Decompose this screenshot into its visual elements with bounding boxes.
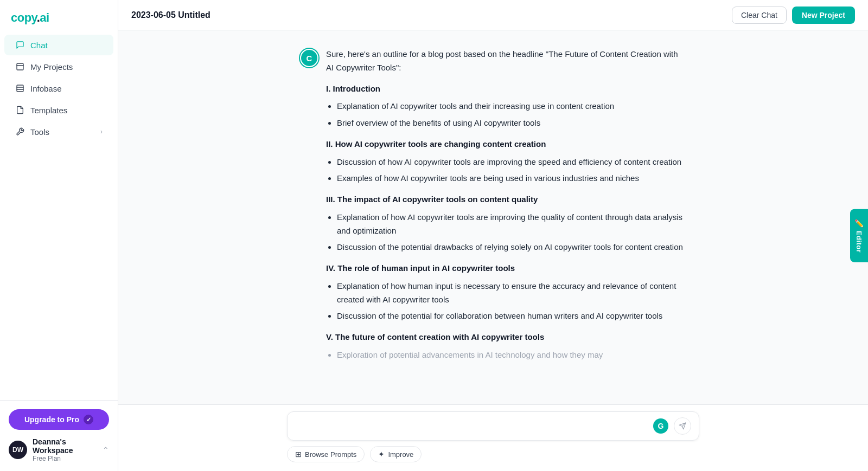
upgrade-label: Upgrade to Pro (24, 415, 79, 424)
logo-ai: ai (40, 11, 49, 24)
section-2-list: Discussion of how AI copywriter tools ar… (326, 156, 686, 186)
clear-chat-button[interactable]: Clear Chat (732, 7, 787, 24)
logo-area: copy.ai (0, 0, 118, 34)
list-item: Discussion of the potential drawbacks of… (337, 241, 686, 254)
workspace-name: Deanna's Workspace (33, 437, 97, 455)
avatar: DW (9, 441, 27, 459)
message-intro: Sure, here's an outline for a blog post … (326, 48, 686, 75)
ai-avatar: C (300, 49, 318, 67)
browse-prompts-label: Browse Prompts (305, 450, 356, 459)
chat-icon (15, 40, 25, 50)
chat-content: C Sure, here's an outline for a blog pos… (118, 30, 868, 404)
sidebar: copy.ai Chat My Projects Infobase (0, 0, 118, 471)
section-3-list: Explanation of how AI copywriter tools a… (326, 211, 686, 254)
list-item: Discussion of how AI copywriter tools ar… (337, 156, 686, 169)
section-3-heading: III. The impact of AI copywriter tools o… (326, 193, 686, 207)
list-item: Exploration of potential advancements in… (337, 349, 686, 362)
list-item: Explanation of how human input is necess… (337, 280, 686, 307)
browse-prompts-button[interactable]: ⊞ Browse Prompts (287, 446, 365, 462)
header-actions: Clear Chat New Project (732, 7, 855, 24)
ai-message: C Sure, here's an outline for a blog pos… (300, 48, 686, 366)
page-header: 2023-06-05 Untitled Clear Chat New Proje… (118, 0, 868, 30)
section-1-heading: I. Introduction (326, 82, 686, 96)
improve-icon: ✦ (378, 450, 385, 459)
my-projects-icon (15, 62, 25, 72)
message-body: Sure, here's an outline for a blog post … (326, 48, 686, 366)
editor-tab[interactable]: ✏️ Editor (850, 209, 869, 262)
editor-tab-label: Editor (855, 230, 863, 253)
browse-prompts-icon: ⊞ (295, 450, 302, 459)
logo: copy.ai (11, 11, 49, 25)
main-content: 2023-06-05 Untitled Clear Chat New Proje… (118, 0, 868, 471)
workspace-info: Deanna's Workspace Free Plan (33, 437, 97, 462)
sidebar-item-my-projects-label: My Projects (30, 62, 73, 72)
section-4-heading: IV. The role of human input in AI copywr… (326, 262, 686, 275)
logo-text: copy (11, 11, 37, 24)
send-button[interactable] (674, 417, 691, 435)
sidebar-item-tools[interactable]: Tools › (4, 121, 113, 142)
chat-input-wrapper: G (287, 411, 699, 441)
grammarly-icon: G (653, 418, 668, 434)
sidebar-item-chat-label: Chat (30, 41, 48, 50)
input-area: G ⊞ Browse Prompts ✦ Improve (118, 404, 868, 471)
improve-label: Improve (388, 450, 413, 459)
input-bottom-row: ⊞ Browse Prompts ✦ Improve (287, 446, 699, 462)
chat-input[interactable] (295, 420, 648, 433)
section-5-heading: V. The future of content creation with A… (326, 331, 686, 344)
templates-icon (15, 105, 25, 115)
workspace-chevron-icon[interactable]: ⌃ (103, 446, 109, 454)
list-item: Examples of how AI copywriter tools are … (337, 172, 686, 185)
list-item: Brief overview of the benefits of using … (337, 117, 686, 130)
workspace-row[interactable]: DW Deanna's Workspace Free Plan ⌃ (9, 437, 109, 462)
section-1-list: Explanation of AI copywriter tools and t… (326, 100, 686, 130)
workspace-plan: Free Plan (33, 455, 97, 462)
sidebar-item-templates[interactable]: Templates (4, 100, 113, 120)
sidebar-item-infobase-label: Infobase (30, 84, 62, 93)
tools-icon (15, 127, 25, 137)
upgrade-check-icon: ✓ (84, 415, 93, 424)
chat-inner: C Sure, here's an outline for a blog pos… (287, 48, 699, 366)
list-item: Explanation of how AI copywriter tools a… (337, 211, 686, 238)
infobase-icon (15, 83, 25, 93)
section-2-heading: II. How AI copywriter tools are changing… (326, 138, 686, 151)
improve-button[interactable]: ✦ Improve (370, 446, 422, 462)
tools-chevron-icon: › (100, 128, 103, 136)
sidebar-item-templates-label: Templates (30, 106, 67, 115)
section-4-list: Explanation of how human input is necess… (326, 280, 686, 323)
list-item: Discussion of the potential for collabor… (337, 309, 686, 323)
page-title: 2023-06-05 Untitled (131, 10, 210, 20)
sidebar-item-chat[interactable]: Chat (4, 35, 113, 55)
list-item: Explanation of AI copywriter tools and t… (337, 100, 686, 113)
sidebar-item-my-projects[interactable]: My Projects (4, 56, 113, 77)
new-project-button[interactable]: New Project (792, 7, 855, 24)
editor-pencil-icon: ✏️ (854, 218, 864, 227)
sidebar-item-infobase[interactable]: Infobase (4, 78, 113, 99)
section-5-list: Exploration of potential advancements in… (326, 349, 686, 362)
sidebar-bottom: Upgrade to Pro ✓ DW Deanna's Workspace F… (0, 400, 118, 471)
input-box: G ⊞ Browse Prompts ✦ Improve (287, 411, 699, 462)
svg-rect-2 (17, 85, 23, 92)
svg-rect-0 (17, 63, 23, 70)
upgrade-to-pro-button[interactable]: Upgrade to Pro ✓ (9, 409, 109, 430)
sidebar-item-tools-label: Tools (30, 127, 49, 137)
sidebar-nav: Chat My Projects Infobase Templates (0, 34, 118, 143)
